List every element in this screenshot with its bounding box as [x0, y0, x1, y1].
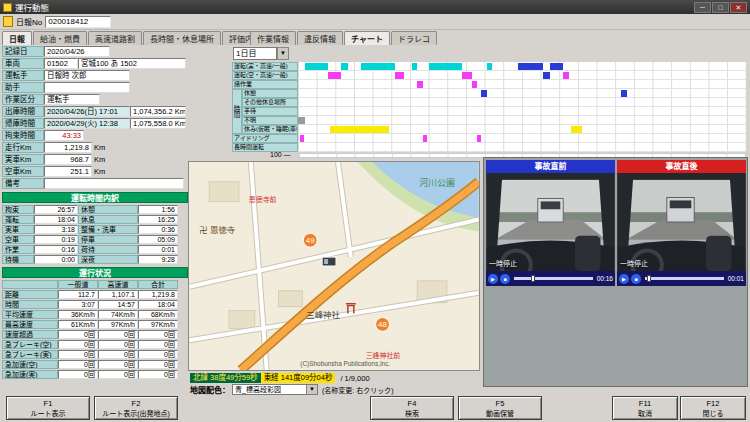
operation-row: 急ブレーキ(実)0回0回0回: [2, 350, 188, 359]
gantt-bar: [481, 90, 487, 97]
video-after-status: 一時停止: [620, 258, 648, 268]
seek-thumb[interactable]: [647, 275, 651, 282]
operation-value: 112.7: [58, 290, 98, 299]
operation-value: 0回: [58, 340, 98, 349]
operation-value: 68Km/h: [138, 310, 178, 319]
tab-right-3[interactable]: ドラレコ: [391, 31, 437, 45]
tab-left-3[interactable]: 長時間・休息場所: [143, 31, 221, 45]
work-class-field[interactable]: 運転手: [44, 94, 100, 105]
stop-icon[interactable]: ■: [631, 274, 641, 284]
operation-value: 18:04: [138, 300, 178, 309]
svg-text:48: 48: [378, 320, 387, 329]
departure-label: 出庫時間: [2, 106, 44, 117]
day-selector[interactable]: 1日目 ▼: [233, 47, 289, 60]
chevron-down-icon[interactable]: ▼: [306, 385, 317, 394]
time-group-label: 時間: [232, 89, 242, 134]
tab-left-0[interactable]: 日報: [2, 31, 32, 45]
report-no-input[interactable]: [45, 16, 111, 28]
gantt-row: 不明: [232, 116, 746, 125]
day-selector-value[interactable]: 1日目: [233, 47, 277, 60]
work-class-label: 作業区分: [2, 94, 44, 105]
time-value: 0:19: [34, 235, 78, 244]
return-label: 帰庫時間: [2, 118, 44, 129]
empty-label: 空車Km: [2, 166, 44, 177]
chevron-down-icon[interactable]: ▼: [277, 47, 289, 60]
operation-value: 0回: [138, 370, 178, 379]
video-before-seekbar[interactable]: [514, 277, 593, 280]
remarks-row: 備考: [2, 178, 188, 189]
gantt-row: 運転(空・高速/一般): [232, 71, 746, 80]
gantt-rows: 運転(実・高速/一般)運転(空・高速/一般)諸作業休憩その他休息場所手待不明休み…: [232, 62, 746, 152]
report-no-label: 日報No: [16, 16, 42, 27]
vehicle-label: 車両: [2, 58, 44, 69]
f4-search-button[interactable]: F4 検索: [370, 396, 454, 420]
operation-value: 14:57: [98, 300, 138, 309]
driving-time-row: 待機0:00深夜9:28: [2, 255, 188, 264]
temple-label: 卍 恩徳寺: [199, 225, 235, 235]
f11-cancel-button[interactable]: F11 取消: [612, 396, 678, 420]
operation-row: 急加速(実)0回0回0回: [2, 370, 188, 379]
video-after-seekbar[interactable]: [645, 277, 724, 280]
map-canvas[interactable]: 河川公園 卍 恩徳寺 恩徳寺前 三峰神社 三峰神社前 49 48 (C)Shob…: [189, 162, 479, 370]
time-label: 休憩: [78, 205, 138, 214]
f12-close-button[interactable]: F12 閉じる: [680, 396, 746, 420]
tab-left-2[interactable]: 高速道路割: [88, 31, 142, 45]
stop-icon[interactable]: ■: [500, 274, 510, 284]
gantt-bar: [395, 72, 404, 79]
operation-row-label: 最高速度: [2, 320, 58, 329]
route-marker-48[interactable]: 48: [376, 318, 390, 332]
vehicle-plate-field[interactable]: 宮城100 あ 1502: [78, 58, 186, 69]
tab-left-1[interactable]: 給油・燃費: [33, 31, 87, 45]
empty-row: 空車Km 251.1 Km: [2, 166, 188, 177]
title-bar: 運行動態 ─ □ ✕: [0, 0, 750, 14]
route-marker-49[interactable]: 49: [303, 233, 317, 247]
video-before-status: 一時停止: [489, 258, 517, 268]
map-palette-label: 地図配色：: [190, 384, 230, 395]
driver-label: 運転手: [2, 70, 44, 81]
operation-column-header: 合計: [138, 280, 178, 289]
play-icon[interactable]: ▶: [619, 274, 629, 284]
loaded-row: 実車Km 968.7 Km: [2, 154, 188, 165]
play-icon[interactable]: ▶: [488, 274, 498, 284]
operation-value: 0回: [58, 370, 98, 379]
time-label: 作業: [2, 245, 34, 254]
f5-label: 動画保管: [486, 408, 514, 418]
record-date-field[interactable]: 2020/04/26: [44, 46, 110, 57]
vehicle-icon[interactable]: [322, 257, 336, 266]
driver-row: 運転手 日報時 次郎: [2, 70, 188, 81]
tab-right-1[interactable]: 違反情報: [297, 31, 343, 45]
operation-value: 3:07: [58, 300, 98, 309]
restraint-value: 43:33: [44, 130, 84, 141]
gantt-row-label: 不明: [242, 116, 298, 125]
f2-route-start-button[interactable]: F2 ルート表示(出発地点): [94, 396, 178, 420]
gantt-row-label: 運転(実・高速/一般): [232, 62, 298, 71]
time-value: 9:28: [138, 255, 178, 264]
map-palette-select[interactable]: 青_標高段彩図 ▼: [232, 384, 318, 395]
distance-label: 走行Km: [2, 142, 44, 153]
gantt-row: その他休息場所: [232, 98, 746, 107]
remarks-field[interactable]: [44, 178, 184, 189]
app-icon: [3, 3, 12, 12]
time-value: 1:56: [138, 205, 178, 214]
right-tab-strip: 作業情報違反情報チャートドラレコ: [250, 31, 437, 45]
tab-right-2[interactable]: チャート: [344, 31, 390, 45]
maximize-button[interactable]: □: [712, 2, 729, 13]
tab-right-0[interactable]: 作業情報: [250, 31, 296, 45]
f5-save-video-button[interactable]: F5 動画保管: [458, 396, 542, 420]
map-palette-value[interactable]: 青_標高段彩図: [233, 385, 306, 394]
driver-field[interactable]: 日報時 次郎: [44, 70, 130, 81]
left-tab-strip: 日報給油・燃費高速道路割長時間・休息場所評価内訳: [2, 31, 268, 45]
distance-row: 走行Km 1,219.8 Km: [2, 142, 188, 153]
vehicle-code-field[interactable]: 01502: [44, 58, 78, 69]
f1-route-button[interactable]: F1 ルート表示: [6, 396, 90, 420]
assistant-field[interactable]: [44, 82, 130, 93]
loaded-value: 968.7: [44, 154, 92, 165]
driving-time-row: 作業0:16荷待0:01: [2, 245, 188, 254]
gantt-bar: [543, 72, 550, 79]
close-button[interactable]: ✕: [730, 2, 747, 13]
minimize-button[interactable]: ─: [694, 2, 711, 13]
gantt-bar: [417, 81, 423, 88]
seek-thumb[interactable]: [531, 275, 535, 282]
operation-value: 61Km/h: [58, 320, 98, 329]
video-after-time: 00:01: [728, 275, 744, 282]
